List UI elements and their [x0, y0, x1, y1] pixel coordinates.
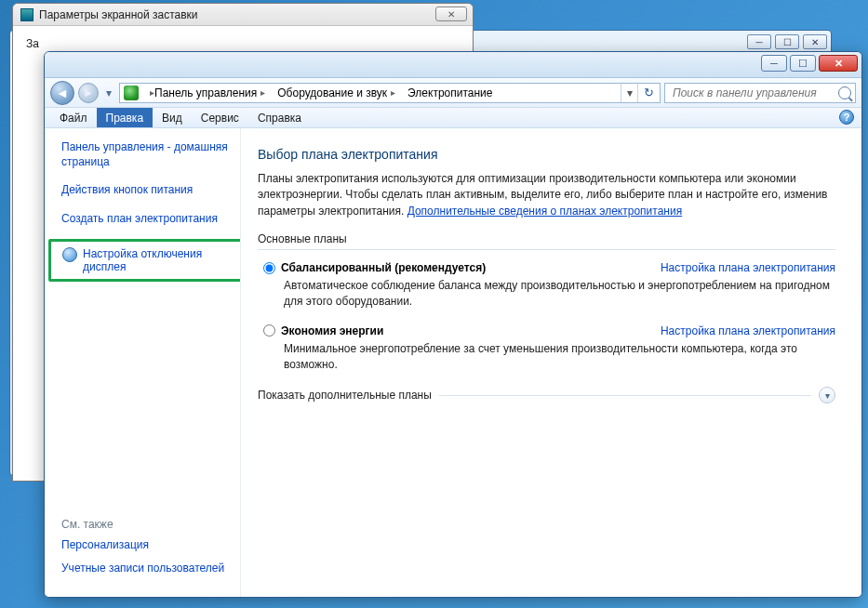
- plan-energy-desc: Минимальное энергопотребление за счет ум…: [284, 341, 835, 373]
- show-more-plans-row[interactable]: Показать дополнительные планы ▾: [258, 387, 835, 403]
- plan-balanced-configure-link[interactable]: Настройка плана электропитания: [661, 261, 835, 274]
- sidebar-personalization-link[interactable]: Персонализация: [61, 538, 231, 553]
- chevron-down-icon[interactable]: ▾: [819, 387, 835, 403]
- menu-view[interactable]: Вид: [153, 108, 192, 127]
- address-bar[interactable]: ▸ Панель управления ▸ Оборудование и зву…: [119, 83, 661, 103]
- screensaver-dialog-titlebar[interactable]: Параметры экранной заставки ✕: [13, 4, 473, 26]
- breadcrumb-power[interactable]: Электропитание: [402, 84, 499, 102]
- plan-energy-title: Экономия энергии: [281, 324, 383, 337]
- close-button[interactable]: ✕: [819, 55, 858, 72]
- intro-more-link[interactable]: Дополнительные сведения о планах электро…: [407, 205, 682, 218]
- minimize-button[interactable]: ─: [761, 55, 787, 72]
- see-also-heading: См. также: [61, 518, 231, 531]
- plan-balanced-title: Сбалансированный (рекомендуется): [281, 261, 486, 274]
- search-box[interactable]: [664, 83, 856, 103]
- screensaver-dialog-close-button[interactable]: ✕: [435, 7, 467, 21]
- breadcrumb-label: Панель управления: [154, 86, 257, 99]
- sidebar-user-accounts-link[interactable]: Учетные записи пользователей: [61, 562, 231, 576]
- menu-service[interactable]: Сервис: [192, 108, 248, 127]
- divider: [439, 395, 811, 396]
- plan-energy-radio-label[interactable]: Экономия энергии: [263, 324, 383, 337]
- screensaver-icon: [20, 8, 33, 21]
- plan-energy-radio[interactable]: [263, 324, 275, 337]
- sidebar-see-also: См. также Персонализация Учетные записи …: [61, 518, 231, 586]
- bg-close-button[interactable]: ✕: [803, 34, 827, 49]
- power-options-window: ─ ☐ ✕ ◄ ► ▾ ▸ Панель управления ▸ Оборуд…: [44, 51, 862, 598]
- control-panel-icon: [124, 86, 139, 100]
- plan-balanced-radio-label[interactable]: Сбалансированный (рекомендуется): [263, 261, 486, 274]
- breadcrumb-control-panel[interactable]: ▸ Панель управления ▸: [140, 84, 272, 102]
- maximize-button[interactable]: ☐: [790, 55, 816, 72]
- shield-icon: [62, 247, 77, 262]
- nav-history-dropdown[interactable]: ▾: [102, 86, 115, 99]
- sidebar-display-off-label: Настройка отключения дисплея: [83, 247, 235, 273]
- bg-maximize-button[interactable]: ☐: [775, 34, 799, 49]
- sidebar-display-off-link-highlighted[interactable]: Настройка отключения дисплея: [48, 239, 247, 282]
- plan-balanced: Сбалансированный (рекомендуется) Настрой…: [263, 261, 835, 310]
- page-title: Выбор плана электропитания: [258, 147, 835, 162]
- nav-back-button[interactable]: ◄: [50, 81, 74, 105]
- menu-file[interactable]: Файл: [50, 108, 97, 127]
- bg-minimize-button[interactable]: ─: [747, 34, 771, 49]
- plans-section-label: Основные планы: [258, 232, 835, 245]
- breadcrumb-hardware-sound[interactable]: Оборудование и звук ▸: [272, 84, 402, 102]
- refresh-button[interactable]: ↻: [637, 84, 660, 102]
- plan-energy-saver: Экономия энергии Настройка плана электро…: [263, 324, 835, 373]
- nav-forward-button[interactable]: ►: [78, 83, 99, 103]
- plan-balanced-radio[interactable]: [263, 262, 275, 274]
- search-input[interactable]: [671, 86, 838, 100]
- search-icon: [838, 86, 851, 99]
- plan-energy-configure-link[interactable]: Настройка плана электропитания: [661, 324, 835, 337]
- content-pane: Выбор плана электропитания Планы электро…: [240, 128, 861, 597]
- sidebar-home-link[interactable]: Панель управления - домашняя страница: [61, 139, 231, 169]
- sidebar-create-plan-link[interactable]: Создать план электропитания: [61, 211, 231, 226]
- menu-help[interactable]: Справка: [248, 108, 311, 127]
- plan-balanced-desc: Автоматическое соблюдение баланса между …: [284, 278, 835, 310]
- screensaver-body-fragment: За: [26, 37, 39, 50]
- sidebar-power-buttons-link[interactable]: Действия кнопок питания: [61, 182, 231, 197]
- address-dropdown[interactable]: ▾: [621, 84, 637, 102]
- menu-edit[interactable]: Правка: [97, 108, 154, 127]
- screensaver-dialog-title: Параметры экранной заставки: [39, 8, 198, 21]
- show-more-plans-label: Показать дополнительные планы: [258, 389, 432, 402]
- divider: [258, 249, 835, 250]
- menu-bar: Файл Правка Вид Сервис Справка ?: [45, 108, 861, 128]
- sidebar: Панель управления - домашняя страница Де…: [45, 128, 240, 597]
- breadcrumb-label: Электропитание: [407, 86, 492, 99]
- intro-text: Планы электропитания используются для оп…: [258, 171, 835, 219]
- window-titlebar[interactable]: ─ ☐ ✕: [45, 52, 861, 78]
- navigation-row: ◄ ► ▾ ▸ Панель управления ▸ Оборудование…: [45, 78, 861, 108]
- help-icon[interactable]: ?: [839, 110, 854, 125]
- breadcrumb-label: Оборудование и звук: [277, 86, 387, 99]
